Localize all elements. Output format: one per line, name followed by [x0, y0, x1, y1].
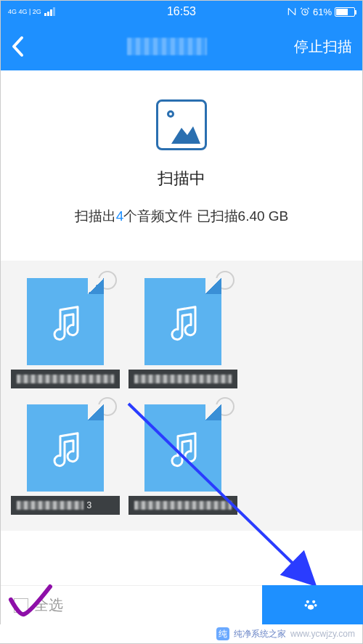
svg-point-9 — [314, 604, 317, 607]
status-bar: 4G 4G | 2G 16:53 61% — [1, 1, 362, 23]
status-time: 16:53 — [123, 5, 239, 18]
svg-rect-3 — [53, 7, 55, 16]
bottom-bar: 全选 — [1, 585, 363, 624]
svg-point-8 — [305, 604, 308, 607]
app-header: 停止扫描 — [1, 23, 362, 70]
file-grid-wrap: 3 — [1, 261, 362, 531]
header-title — [40, 36, 294, 57]
file-label — [129, 370, 237, 388]
signal-indicator: 4G 4G | 2G — [8, 9, 41, 15]
select-all-checkbox[interactable] — [14, 598, 28, 613]
signal-bars-icon — [44, 7, 56, 16]
watermark-url: www.ycwjzy.com — [290, 629, 355, 639]
file-item[interactable] — [129, 397, 237, 515]
scan-status-area: 扫描中 扫描出4个音频文件 已扫描6.40 GB — [1, 70, 362, 248]
svg-point-7 — [312, 600, 315, 603]
svg-rect-2 — [50, 9, 52, 16]
music-note-icon — [163, 304, 203, 343]
image-placeholder-icon — [156, 99, 207, 150]
filename-blurred — [134, 375, 232, 383]
watermark-brand: 纯净系统之家 — [234, 628, 286, 640]
music-note-icon — [46, 304, 85, 343]
scan-size: 6.40 GB — [238, 208, 289, 224]
audio-file-icon — [144, 278, 221, 365]
title-blurred — [127, 38, 207, 55]
scan-mid: 个音频文件 已扫描 — [123, 208, 237, 224]
watermark: 纯 纯净系统之家 www.ycwjzy.com — [0, 624, 362, 643]
select-all-toggle[interactable]: 全选 — [14, 595, 63, 615]
paw-icon — [303, 598, 318, 612]
battery-icon — [335, 7, 355, 17]
nfc-icon — [287, 7, 297, 17]
music-note-icon — [163, 431, 203, 470]
music-note-icon — [46, 431, 85, 470]
filename-blurred — [17, 375, 114, 383]
file-label — [11, 370, 120, 388]
primary-action-button[interactable] — [262, 585, 363, 624]
audio-file-icon — [27, 278, 104, 365]
audio-file-icon — [144, 404, 221, 492]
scan-prefix: 扫描出 — [75, 208, 116, 224]
svg-rect-1 — [47, 12, 49, 16]
filename-blurred — [134, 501, 232, 510]
file-grid: 3 — [11, 271, 352, 515]
scan-count: 4 — [116, 208, 124, 224]
scan-status-text: 扫描中 — [15, 168, 348, 189]
status-left: 4G 4G | 2G — [8, 7, 123, 16]
svg-point-6 — [306, 600, 309, 603]
back-button[interactable] — [11, 36, 40, 57]
file-ext: 3 — [86, 500, 91, 510]
file-item[interactable] — [129, 271, 237, 388]
stop-scan-button[interactable]: 停止扫描 — [294, 37, 352, 57]
alarm-icon — [300, 7, 310, 17]
file-item[interactable]: 3 — [11, 397, 120, 515]
battery-percent: 61% — [313, 7, 332, 17]
select-all-label: 全选 — [34, 595, 63, 615]
file-label — [129, 496, 237, 515]
chevron-left-icon — [11, 36, 24, 57]
file-item[interactable] — [11, 271, 120, 388]
svg-point-10 — [308, 605, 314, 610]
audio-file-icon — [27, 404, 104, 492]
file-label: 3 — [11, 496, 120, 515]
status-right: 61% — [240, 7, 355, 17]
scan-detail-text: 扫描出4个音频文件 已扫描6.40 GB — [15, 207, 348, 226]
svg-rect-0 — [44, 13, 46, 16]
app-screen: 4G 4G | 2G 16:53 61% — [0, 0, 363, 644]
filename-blurred — [17, 501, 83, 510]
watermark-logo-icon: 纯 — [216, 627, 229, 640]
